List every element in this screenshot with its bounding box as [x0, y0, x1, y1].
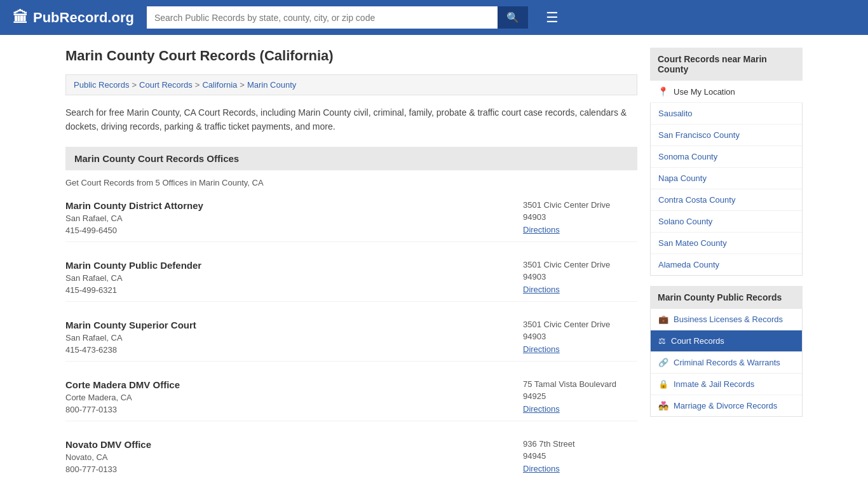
public-records-link[interactable]: 💼 Business Licenses & Records [651, 309, 802, 330]
breadcrumb-court-records[interactable]: Court Records [139, 80, 193, 90]
directions-link[interactable]: Directions [523, 285, 560, 294]
office-address: 3501 Civic Center Drive [523, 320, 637, 329]
logo-icon: 🏛 [13, 9, 28, 27]
search-bar: 🔍 [147, 6, 528, 29]
office-entry: Marin County Superior Court San Rafael, … [65, 320, 637, 362]
location-pin-icon: 📍 [658, 86, 668, 97]
nearby-list-item: Solano County [651, 211, 802, 233]
office-city: Corte Madera, CA [65, 393, 180, 402]
sidebar-item-icon: 💼 [658, 315, 668, 324]
breadcrumb-sep-1: > [132, 80, 137, 90]
nearby-link[interactable]: San Francisco County [651, 125, 802, 146]
office-city: San Rafael, CA [65, 214, 203, 223]
office-phone: 415-499-6450 [65, 226, 203, 235]
office-left: Marin County Superior Court San Rafael, … [65, 320, 196, 355]
directions-link[interactable]: Directions [523, 344, 560, 354]
search-icon: 🔍 [506, 12, 519, 23]
office-city: San Rafael, CA [65, 273, 201, 283]
office-entry: Novato DMV Office Novato, CA 800-777-013… [65, 439, 637, 480]
public-records-list-item: 💑 Marriage & Divorce Records [651, 395, 802, 416]
nearby-section: Court Records near Marin County 📍 Use My… [650, 48, 803, 276]
nearby-link[interactable]: Napa County [651, 168, 802, 189]
public-records-section: Marin County Public Records 💼 Business L… [650, 286, 803, 417]
public-records-section-title: Marin County Public Records [650, 286, 803, 309]
sidebar-item-icon: 💑 [658, 401, 668, 410]
office-zip: 94903 [523, 212, 637, 222]
office-phone: 415-473-6238 [65, 345, 196, 355]
offices-count: Get Court Records from 5 Offices in Mari… [65, 178, 637, 187]
breadcrumb-sep-2: > [195, 80, 200, 90]
office-zip: 94903 [523, 272, 637, 281]
sidebar-item-label: Criminal Records & Warrants [674, 358, 780, 367]
nearby-link[interactable]: Sonoma County [651, 146, 802, 167]
offices-list: Marin County District Attorney San Rafae… [65, 200, 637, 480]
office-address: 3501 Civic Center Drive [523, 260, 637, 269]
breadcrumb-california[interactable]: California [202, 80, 237, 90]
office-entry: Marin County Public Defender San Rafael,… [65, 260, 637, 302]
sidebar: Court Records near Marin County 📍 Use My… [650, 48, 803, 488]
directions-link[interactable]: Directions [523, 464, 560, 473]
breadcrumb-sep-3: > [240, 80, 245, 90]
nearby-list-item: Napa County [651, 168, 802, 189]
header: 🏛 PubRecord.org 🔍 ☰ [0, 0, 868, 35]
breadcrumb-marin-county[interactable]: Marin County [247, 80, 296, 90]
breadcrumb: Public Records > Court Records > Califor… [65, 74, 637, 95]
offices-section-header: Marin County Court Records Offices [65, 147, 637, 170]
office-entry: Marin County District Attorney San Rafae… [65, 200, 637, 242]
office-phone: 800-777-0133 [65, 464, 151, 474]
use-my-location[interactable]: 📍 Use My Location [650, 81, 803, 103]
directions-link[interactable]: Directions [523, 404, 560, 414]
public-records-list-item: 🔒 Inmate & Jail Records [651, 374, 802, 395]
nearby-link[interactable]: Alameda County [651, 254, 802, 275]
page-title: Marin County Court Records (California) [65, 48, 637, 64]
nearby-list-item: Contra Costa County [651, 189, 802, 211]
sidebar-item-icon: 🔒 [658, 379, 668, 389]
nearby-link[interactable]: Contra Costa County [651, 189, 802, 210]
office-name: Corte Madera DMV Office [65, 379, 180, 390]
office-left: Marin County Public Defender San Rafael,… [65, 260, 201, 295]
search-input[interactable] [147, 6, 498, 29]
nearby-link[interactable]: Sausalito [651, 103, 802, 124]
public-records-link[interactable]: 💑 Marriage & Divorce Records [651, 395, 802, 416]
office-right: 75 Tamal Vista Boulevard 94925 Direction… [523, 379, 637, 414]
office-city: Novato, CA [65, 452, 151, 462]
hamburger-menu[interactable]: ☰ [546, 10, 559, 26]
public-records-link[interactable]: 🔒 Inmate & Jail Records [651, 374, 802, 395]
logo-text: PubRecord.org [33, 10, 134, 26]
office-zip: 94945 [523, 451, 637, 461]
sidebar-item-icon: 🔗 [658, 358, 668, 367]
office-name: Marin County District Attorney [65, 200, 203, 211]
nearby-link[interactable]: San Mateo County [651, 233, 802, 254]
public-records-list-item: ⚖ Court Records [651, 330, 802, 352]
office-zip: 94925 [523, 391, 637, 401]
public-records-list-item: 💼 Business Licenses & Records [651, 309, 802, 330]
nearby-locations-list: SausalitoSan Francisco CountySonoma Coun… [650, 103, 803, 276]
sidebar-item-label: Inmate & Jail Records [674, 379, 754, 389]
office-name: Marin County Superior Court [65, 320, 196, 330]
sidebar-item-label: Business Licenses & Records [674, 315, 783, 324]
office-entry: Corte Madera DMV Office Corte Madera, CA… [65, 379, 637, 421]
office-left: Corte Madera DMV Office Corte Madera, CA… [65, 379, 180, 414]
office-name: Marin County Public Defender [65, 260, 201, 271]
nearby-section-title: Court Records near Marin County [650, 48, 803, 81]
page-description: Search for free Marin County, CA Court R… [65, 105, 637, 134]
directions-link[interactable]: Directions [523, 225, 560, 234]
nearby-list-item: San Francisco County [651, 125, 802, 146]
logo[interactable]: 🏛 PubRecord.org [13, 9, 134, 27]
public-records-link[interactable]: 🔗 Criminal Records & Warrants [651, 352, 802, 373]
nearby-link[interactable]: Solano County [651, 211, 802, 232]
sidebar-item-label: Marriage & Divorce Records [674, 401, 777, 410]
office-address: 75 Tamal Vista Boulevard [523, 379, 637, 389]
public-records-link[interactable]: ⚖ Court Records [651, 330, 802, 351]
office-left: Marin County District Attorney San Rafae… [65, 200, 203, 235]
office-city: San Rafael, CA [65, 333, 196, 342]
breadcrumb-public-records[interactable]: Public Records [74, 80, 129, 90]
office-phone: 800-777-0133 [65, 405, 180, 414]
sidebar-item-label: Court Records [671, 336, 724, 346]
office-left: Novato DMV Office Novato, CA 800-777-013… [65, 439, 151, 474]
use-my-location-label: Use My Location [674, 87, 735, 97]
office-name: Novato DMV Office [65, 439, 151, 450]
public-records-list: 💼 Business Licenses & Records ⚖ Court Re… [650, 309, 803, 417]
nearby-list-item: Sausalito [651, 103, 802, 125]
search-button[interactable]: 🔍 [498, 6, 528, 29]
